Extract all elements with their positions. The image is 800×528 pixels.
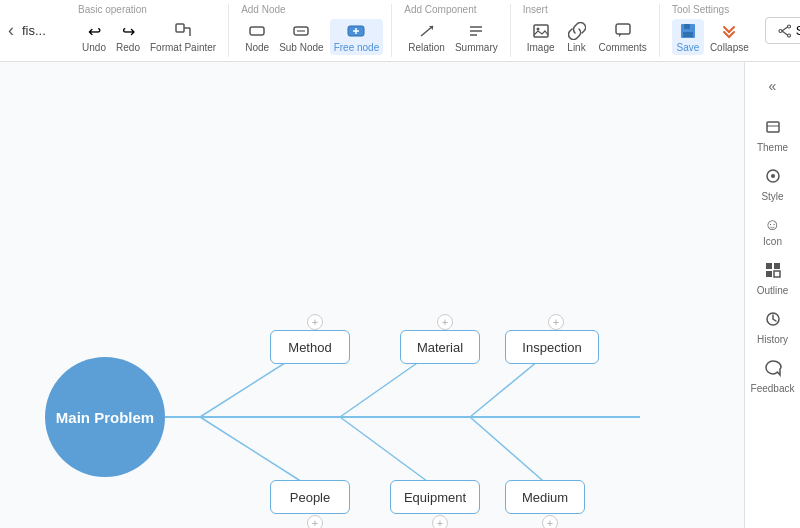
summary-icon [466, 21, 486, 41]
svg-rect-0 [176, 24, 184, 32]
svg-line-23 [782, 31, 788, 35]
material-plus[interactable]: + [437, 314, 453, 330]
method-plus[interactable]: + [307, 314, 323, 330]
canvas[interactable]: Main Problem Method + Material + Inspect… [0, 62, 744, 528]
medium-node[interactable]: Medium [505, 480, 585, 514]
svg-rect-3 [250, 27, 264, 35]
outline-label: Outline [757, 285, 789, 296]
free-node-button[interactable]: Free node [330, 19, 384, 55]
toolbar-right: Share Export [765, 17, 800, 44]
redo-button[interactable]: ↪ Redo [112, 19, 144, 55]
theme-label: Theme [757, 142, 788, 153]
save-icon [678, 21, 698, 41]
people-plus[interactable]: + [307, 515, 323, 528]
people-node[interactable]: People [270, 480, 350, 514]
svg-point-20 [779, 29, 782, 32]
add-component-items: Relation Summary [404, 19, 502, 55]
redo-icon: ↪ [118, 21, 138, 41]
save-button[interactable]: Save [672, 19, 704, 55]
collapse-label: Collapse [710, 42, 749, 53]
style-icon [764, 167, 782, 189]
svg-rect-38 [774, 263, 780, 269]
back-button[interactable]: ‹ [8, 20, 14, 41]
inspection-label: Inspection [522, 340, 581, 355]
outline-icon [764, 261, 782, 283]
toolbar-group-basic: Basic operation ↩ Undo ↪ Redo Format Pai… [70, 4, 229, 57]
medium-plus[interactable]: + [542, 515, 558, 528]
sidebar-item-style[interactable]: Style [749, 161, 797, 208]
svg-rect-33 [767, 122, 779, 132]
inspection-node[interactable]: Inspection [505, 330, 599, 364]
theme-icon [764, 118, 782, 140]
equipment-plus[interactable]: + [432, 515, 448, 528]
format-painter-button[interactable]: Format Painter [146, 19, 220, 55]
relation-button[interactable]: Relation [404, 19, 449, 55]
format-painter-label: Format Painter [150, 42, 216, 53]
image-icon [531, 21, 551, 41]
share-icon [778, 24, 792, 38]
image-button[interactable]: Image [523, 19, 559, 55]
sub-node-label: Sub Node [279, 42, 323, 53]
main-problem-node[interactable]: Main Problem [45, 357, 165, 477]
collapse-button[interactable]: Collapse [706, 19, 753, 55]
svg-point-14 [536, 28, 539, 31]
inspection-plus[interactable]: + [548, 314, 564, 330]
material-node[interactable]: Material [400, 330, 480, 364]
svg-rect-37 [766, 263, 772, 269]
svg-line-31 [340, 417, 435, 487]
share-button[interactable]: Share [765, 17, 800, 44]
sub-node-button[interactable]: Sub Node [275, 19, 327, 55]
right-sidebar: « Theme Style ☺ Icon Outline [744, 62, 800, 528]
toolbar-group-add-node: Add Node Node Sub Node Free node [233, 4, 392, 57]
history-label: History [757, 334, 788, 345]
group-label-basic: Basic operation [78, 4, 147, 15]
icon-icon: ☺ [764, 216, 780, 234]
add-node-items: Node Sub Node Free node [241, 19, 383, 55]
main-problem-label: Main Problem [56, 409, 154, 426]
share-label: Share [796, 23, 800, 38]
feedback-icon [764, 359, 782, 381]
svg-rect-15 [616, 24, 630, 34]
history-icon [764, 310, 782, 332]
svg-line-22 [782, 27, 788, 31]
summary-button[interactable]: Summary [451, 19, 502, 55]
main-area: Main Problem Method + Material + Inspect… [0, 62, 800, 528]
svg-line-32 [470, 417, 550, 487]
toolbar-group-insert: Insert Image Link Comments [515, 4, 660, 57]
group-label-add-node: Add Node [241, 4, 285, 15]
sidebar-collapse-button[interactable]: « [757, 70, 789, 102]
method-node[interactable]: Method [270, 330, 350, 364]
svg-point-36 [771, 174, 775, 178]
undo-icon: ↩ [84, 21, 104, 41]
svg-rect-18 [683, 32, 693, 37]
sidebar-item-outline[interactable]: Outline [749, 255, 797, 302]
sidebar-item-feedback[interactable]: Feedback [749, 353, 797, 400]
equipment-node[interactable]: Equipment [390, 480, 480, 514]
format-painter-icon [173, 21, 193, 41]
free-node-label: Free node [334, 42, 380, 53]
collapse-arrows-icon: « [769, 78, 777, 94]
comments-button[interactable]: Comments [595, 19, 651, 55]
sidebar-item-history[interactable]: History [749, 304, 797, 351]
node-button[interactable]: Node [241, 19, 273, 55]
material-label: Material [417, 340, 463, 355]
link-button[interactable]: Link [561, 19, 593, 55]
group-label-add-component: Add Component [404, 4, 476, 15]
feedback-label: Feedback [751, 383, 795, 394]
svg-point-19 [787, 25, 790, 28]
sub-node-icon [291, 21, 311, 41]
sidebar-item-theme[interactable]: Theme [749, 112, 797, 159]
redo-label: Redo [116, 42, 140, 53]
image-label: Image [527, 42, 555, 53]
svg-point-21 [787, 34, 790, 37]
svg-rect-39 [766, 271, 772, 277]
undo-button[interactable]: ↩ Undo [78, 19, 110, 55]
summary-label: Summary [455, 42, 498, 53]
people-label: People [290, 490, 330, 505]
group-label-tool-settings: Tool Settings [672, 4, 729, 15]
node-label: Node [245, 42, 269, 53]
sidebar-item-icon[interactable]: ☺ Icon [749, 210, 797, 253]
toolbar-group-add-component: Add Component Relation Summary [396, 4, 511, 57]
tool-settings-items: Save Collapse [672, 19, 753, 55]
method-label: Method [288, 340, 331, 355]
